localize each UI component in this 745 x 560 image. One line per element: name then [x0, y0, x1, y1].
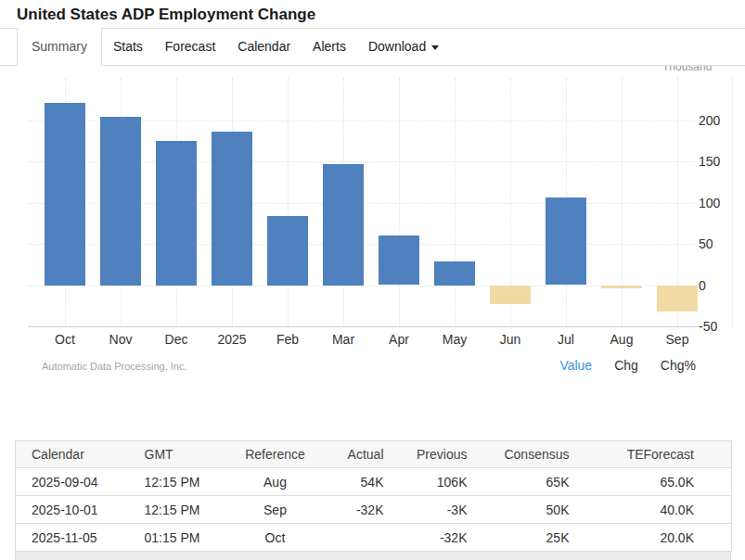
- chart: Thousand 200150100500-50OctNovDec2025Feb…: [0, 66, 745, 388]
- v-gridline: [288, 78, 289, 326]
- x-axis-label: Oct: [37, 332, 93, 347]
- table-cell: Oct: [225, 524, 327, 552]
- table-row: 2025-10-0112:15 PMSep-32K-3K50K40.0K: [16, 496, 732, 524]
- bar-jun[interactable]: [490, 286, 531, 304]
- calendar-table-wrap: CalendarGMTReferenceActualPreviousConsen…: [15, 440, 731, 560]
- table-cell: 50K: [484, 496, 586, 524]
- tab-download[interactable]: Download: [357, 29, 450, 65]
- tab-label: Alerts: [313, 39, 346, 54]
- tab-summary[interactable]: Summary: [17, 28, 102, 66]
- table-cell: 2025-09-04: [16, 468, 132, 496]
- tab-label: Calendar: [238, 39, 290, 54]
- table-header-reference: Reference: [225, 441, 327, 468]
- bar-sep[interactable]: [657, 286, 698, 312]
- table-cell: 65.0K: [586, 468, 732, 496]
- bar-mar[interactable]: [323, 164, 364, 286]
- bar-feb[interactable]: [267, 216, 308, 286]
- y-axis-tick-label: 200: [699, 114, 720, 127]
- bar-dec[interactable]: [156, 141, 197, 286]
- tab-alerts[interactable]: Alerts: [302, 29, 357, 65]
- y-axis-tick-label: 50: [699, 237, 713, 250]
- y-axis-tick-label: 100: [699, 197, 720, 210]
- table-cell: [327, 524, 401, 552]
- table-row: 2025-09-0412:15 PMAug54K106K65K65.0K: [16, 468, 732, 496]
- tab-bar: SummaryStatsForecastCalendarAlertsDownlo…: [0, 29, 745, 66]
- x-axis-label: Dec: [148, 332, 204, 347]
- x-axis-label: Nov: [93, 332, 148, 347]
- bar-2025[interactable]: [212, 132, 252, 286]
- x-axis-label: Mar: [315, 332, 371, 347]
- series-link-chgpct[interactable]: Chg%: [661, 358, 696, 373]
- x-axis-label: Feb: [260, 332, 315, 347]
- y-axis-tick-label: 0: [699, 279, 706, 292]
- x-axis-label: 2025: [204, 332, 260, 347]
- table-header-row: CalendarGMTReferenceActualPreviousConsen…: [16, 441, 732, 468]
- plot-right-edge: [732, 78, 733, 326]
- table-cell: -32K: [327, 496, 401, 524]
- table-cell: 65K: [484, 468, 586, 496]
- bar-aug[interactable]: [601, 286, 642, 288]
- table-cell: 25K: [484, 524, 586, 552]
- calendar-table: CalendarGMTReferenceActualPreviousConsen…: [15, 440, 732, 552]
- y-axis-tick-label: -50: [699, 320, 717, 333]
- x-axis-label: Apr: [371, 332, 427, 347]
- tab-label: Summary: [32, 39, 87, 54]
- v-gridline: [622, 78, 623, 326]
- y-axis-unit-label: Thousand: [662, 66, 712, 73]
- chart-footer: Automatic Data Processing, Inc. ValueChg…: [42, 358, 696, 373]
- tab-label: Stats: [113, 39, 143, 54]
- series-links: ValueChgChg%: [559, 358, 696, 373]
- table-row: 2025-11-0501:15 PMOct-32K25K20.0K: [16, 524, 732, 552]
- table-footer-strip: [15, 552, 731, 560]
- table-cell: 01:15 PM: [132, 524, 225, 552]
- tab-label: Forecast: [165, 39, 215, 54]
- x-axis-label: Jun: [482, 332, 538, 347]
- tab-stats[interactable]: Stats: [102, 29, 154, 65]
- tab-label: Download: [368, 39, 426, 54]
- table-header-consensus: Consensus: [484, 441, 586, 468]
- bar-nov[interactable]: [100, 117, 141, 286]
- v-gridline: [455, 78, 456, 326]
- series-link-value[interactable]: Value: [559, 358, 592, 373]
- x-axis-label: May: [427, 332, 482, 347]
- table-cell: 12:15 PM: [132, 496, 225, 524]
- table-cell: -3K: [401, 496, 484, 524]
- table-header-actual: Actual: [327, 441, 401, 468]
- x-axis-label: Aug: [594, 332, 649, 347]
- table-cell: 20.0K: [586, 524, 732, 552]
- table-cell: 40.0K: [586, 496, 732, 524]
- table-cell: Aug: [225, 468, 327, 496]
- x-axis-line: [28, 326, 699, 327]
- x-axis-label: Sep: [649, 332, 705, 347]
- table-cell: -32K: [401, 524, 484, 552]
- series-link-chg[interactable]: Chg: [614, 358, 638, 373]
- tab-calendar[interactable]: Calendar: [226, 29, 302, 65]
- tab-forecast[interactable]: Forecast: [154, 29, 226, 65]
- page-header: United States ADP Employment Change: [0, 0, 745, 29]
- table-cell: 2025-11-05: [16, 524, 132, 552]
- y-axis-tick-label: 150: [699, 155, 720, 168]
- table-header-teforecast: TEForecast: [586, 441, 732, 468]
- bar-may[interactable]: [434, 261, 475, 286]
- bar-jul[interactable]: [546, 197, 586, 285]
- table-cell: 106K: [401, 468, 484, 496]
- page-title: United States ADP Employment Change: [17, 6, 315, 23]
- chart-attribution: Automatic Data Processing, Inc.: [42, 361, 187, 372]
- chevron-down-icon: [431, 45, 439, 50]
- table-cell: 12:15 PM: [132, 468, 225, 496]
- table-cell: 54K: [327, 468, 401, 496]
- bar-apr[interactable]: [379, 235, 419, 285]
- table-cell: Sep: [225, 496, 327, 524]
- x-axis-label: Jul: [538, 332, 594, 347]
- table-header-previous: Previous: [401, 441, 484, 468]
- table-header-calendar: Calendar: [16, 441, 132, 468]
- v-gridline: [399, 78, 400, 326]
- table-cell: 2025-10-01: [16, 496, 132, 524]
- table-header-gmt: GMT: [132, 441, 225, 468]
- bar-oct[interactable]: [45, 103, 85, 286]
